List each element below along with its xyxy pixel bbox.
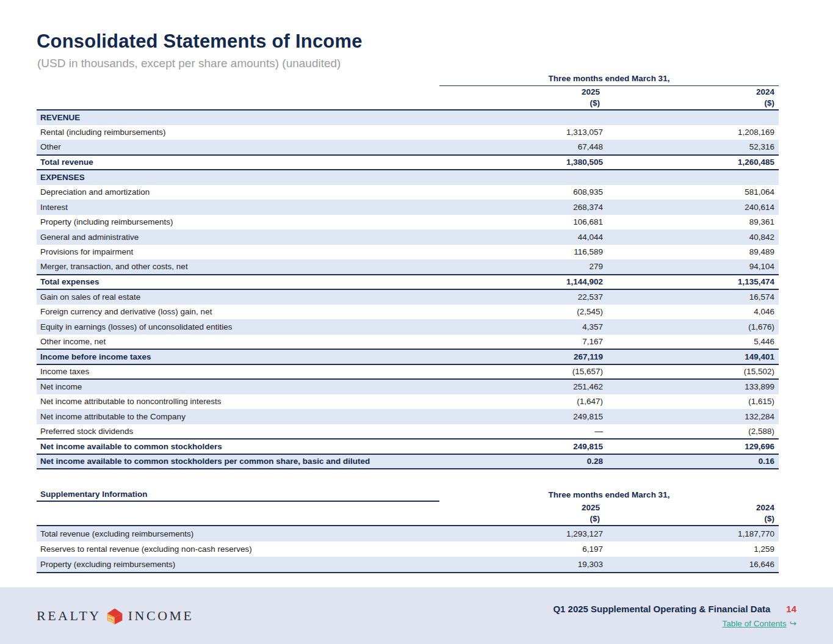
footer-toc-line: Table of Contents↪	[553, 618, 796, 628]
row-label: Income taxes	[37, 364, 439, 380]
table-row: Depreciation and amortization608,935581,…	[37, 185, 779, 200]
supplementary-table: Supplementary Information Three months e…	[37, 488, 779, 573]
header-spacer	[37, 98, 439, 110]
logo-word-realty: REALTY	[37, 608, 101, 624]
table-row: Net income251,462133,899	[37, 379, 779, 394]
value-2024: 133,899	[604, 379, 779, 394]
supplementary-title: Supplementary Information	[37, 488, 439, 501]
unit-header-row: ($) ($)	[37, 98, 779, 110]
table-row: Property (excluding reimbursements)19,30…	[37, 557, 779, 573]
value-2025: 6,197	[439, 541, 604, 557]
value-2024: 5,446	[604, 335, 779, 350]
row-label: Total revenue	[37, 155, 439, 170]
table-row: REVENUE	[37, 110, 779, 125]
value-2024	[604, 170, 779, 185]
page-content: Consolidated Statements of Income (USD i…	[0, 31, 833, 573]
table-row: Preferred stock dividends—(2,588)	[37, 424, 779, 440]
value-2024: 581,064	[604, 185, 779, 200]
row-label: Gain on sales of real estate	[37, 289, 439, 305]
supp-unit-header-2025: ($)	[439, 514, 604, 526]
value-2025: 22,537	[439, 289, 604, 305]
value-2024: 1,260,485	[604, 155, 779, 170]
row-label: Preferred stock dividends	[37, 424, 439, 440]
period-header-row: Three months ended March 31,	[37, 72, 779, 85]
row-label: Net income	[37, 379, 439, 394]
footer-right: Q1 2025 Supplemental Operating & Financi…	[553, 604, 796, 628]
row-label: Property (including reimbursements)	[37, 215, 439, 230]
realty-income-logo: REALTY INCOME	[37, 607, 194, 625]
year-header-row: 2025 2024	[37, 85, 779, 98]
value-2025: 19,303	[439, 557, 604, 573]
value-2024: 52,316	[604, 140, 779, 155]
value-2024: 89,361	[604, 215, 779, 230]
table-row: Rental (including reimbursements)1,313,0…	[37, 125, 779, 140]
value-2024: 16,574	[604, 289, 779, 305]
table-row: Equity in earnings (losses) of unconsoli…	[37, 319, 779, 335]
value-2025: 249,815	[439, 409, 604, 424]
value-2025: 1,293,127	[439, 526, 604, 541]
value-2025: 7,167	[439, 335, 604, 350]
value-2024: (2,588)	[604, 424, 779, 440]
row-label: Net income attributable to the Company	[37, 409, 439, 424]
value-2024: 1,208,169	[604, 125, 779, 140]
value-2024: 132,284	[604, 409, 779, 424]
value-2025: 279	[439, 259, 604, 275]
value-2025: 4,357	[439, 319, 604, 335]
table-row: Total revenue (excluding reimbursements)…	[37, 526, 779, 541]
year-header-2024: 2024	[604, 85, 779, 98]
value-2024: (1,676)	[604, 319, 779, 335]
table-row: Merger, transaction, and other costs, ne…	[37, 259, 779, 275]
supp-year-header-2025: 2025	[439, 501, 604, 514]
value-2024: 149,401	[604, 349, 779, 364]
value-2024: 89,489	[604, 245, 779, 260]
value-2025: (1,647)	[439, 394, 604, 410]
value-2024: (1,615)	[604, 394, 779, 410]
table-row: Property (including reimbursements)106,6…	[37, 215, 779, 230]
table-row: Net income available to common stockhold…	[37, 439, 779, 454]
table-of-contents-link[interactable]: Table of Contents	[723, 619, 787, 628]
value-2025: 608,935	[439, 185, 604, 200]
supp-period-header: Three months ended March 31,	[439, 488, 779, 501]
row-label: Total revenue (excluding reimbursements)	[37, 526, 439, 541]
table-row: EXPENSES	[37, 170, 779, 185]
row-label: REVENUE	[37, 110, 439, 125]
period-header: Three months ended March 31,	[439, 72, 779, 85]
table-row: Reserves to rental revenue (excluding no…	[37, 541, 779, 557]
table-row: Interest268,374240,614	[37, 200, 779, 215]
year-header-2025: 2025	[439, 85, 604, 98]
page-title: Consolidated Statements of Income	[37, 31, 779, 52]
row-label: EXPENSES	[37, 170, 439, 185]
table-row: Income taxes(15,657)(15,502)	[37, 364, 779, 380]
table-row: Other income, net7,1675,446	[37, 335, 779, 350]
value-2025	[439, 110, 604, 125]
value-2024: 129,696	[604, 439, 779, 454]
row-label: Merger, transaction, and other costs, ne…	[37, 259, 439, 275]
row-label: Property (excluding reimbursements)	[37, 557, 439, 573]
value-2025: 44,044	[439, 230, 604, 245]
row-label: Income before income taxes	[37, 349, 439, 364]
value-2025: 268,374	[439, 200, 604, 215]
row-label: Interest	[37, 200, 439, 215]
supp-year-header-row: 2025 2024	[37, 501, 779, 514]
value-2025: 0.28	[439, 454, 604, 469]
supp-year-header-2024: 2024	[604, 501, 779, 514]
row-label: Total expenses	[37, 275, 439, 290]
unit-header-2024: ($)	[604, 98, 779, 110]
row-label: Depreciation and amortization	[37, 185, 439, 200]
value-2024	[604, 110, 779, 125]
value-2025: 267,119	[439, 349, 604, 364]
page-number: 14	[786, 604, 796, 614]
row-label: Equity in earnings (losses) of unconsoli…	[37, 319, 439, 335]
supp-unit-header-row: ($) ($)	[37, 514, 779, 526]
table-row: Total expenses1,144,9021,135,474	[37, 275, 779, 290]
table-row: Foreign currency and derivative (loss) g…	[37, 305, 779, 320]
value-2025	[439, 170, 604, 185]
row-label: Net income available to common stockhold…	[37, 454, 439, 469]
supplementary-body: Total revenue (excluding reimbursements)…	[37, 526, 779, 573]
header-spacer	[37, 85, 439, 98]
table-row: Gain on sales of real estate22,53716,574	[37, 289, 779, 305]
value-2025: 1,313,057	[439, 125, 604, 140]
table-row: Total revenue1,380,5051,260,485	[37, 155, 779, 170]
logo-word-income: INCOME	[128, 608, 194, 624]
value-2024: 1,187,770	[604, 526, 779, 541]
